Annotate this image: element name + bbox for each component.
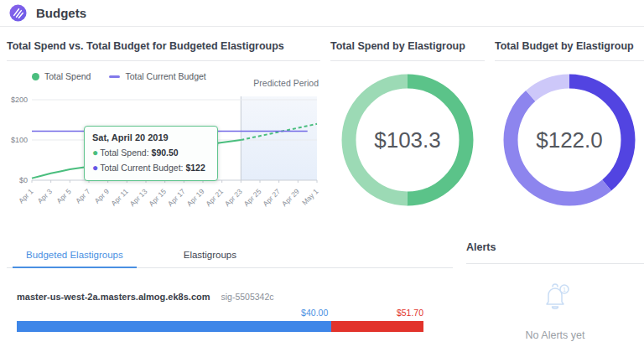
budget-donut[interactable]: $122.0 (502, 73, 636, 207)
tab-elastigroups[interactable]: Elastigroups (170, 245, 250, 267)
svg-text:Apr 23: Apr 23 (223, 187, 244, 208)
svg-text:$200: $200 (11, 96, 28, 104)
svg-text:Apr 3: Apr 3 (36, 187, 55, 205)
elastigroup-row[interactable]: master-us-west-2a.masters.almog.ek8s.com… (17, 292, 274, 302)
divider (466, 263, 644, 264)
elastigroup-sig: sig-5505342c (221, 292, 274, 302)
app-header: Budgets (0, 0, 644, 27)
spend-amount-label: $51.70 (397, 308, 423, 318)
page-title: Budgets (36, 6, 86, 20)
total-budget-title: Total Budget by Elastigroup (495, 34, 644, 52)
tab-budgeted-elastigroups[interactable]: Budgeted Elastigroups (13, 245, 137, 268)
spend-donut[interactable]: $103.3 (340, 73, 475, 207)
divider (330, 60, 485, 61)
budget-bullet-icon: ● (92, 162, 98, 174)
spotinst-logo-icon[interactable] (9, 4, 27, 22)
divider (7, 60, 320, 61)
total-spend-panel: Total Spend by Elastigroup $103.3 (330, 34, 485, 207)
predicted-period-label: Predicted Period (253, 78, 319, 88)
legend-label: Total Current Budget (125, 71, 205, 81)
svg-text:Apr 5: Apr 5 (55, 187, 73, 205)
no-alerts-text: No Alerts yet (466, 329, 644, 341)
svg-text:Apr 25: Apr 25 (242, 187, 263, 208)
svg-text:May 1: May 1 (300, 187, 320, 207)
spend-chart-area: $0$100$200Apr 1Apr 3Apr 5Apr 7Apr 9Apr 1… (7, 88, 320, 227)
svg-text:Apr 9: Apr 9 (93, 187, 112, 205)
legend-label: Total Spend (44, 71, 91, 81)
alerts-panel: Alerts 1 No Alerts yet (466, 241, 644, 341)
svg-text:Apr 27: Apr 27 (261, 187, 282, 208)
svg-text:Apr 29: Apr 29 (280, 187, 301, 208)
chart-tooltip: Sat, April 20 2019 ●Total Spend: $90.50 … (84, 126, 218, 181)
svg-text:1: 1 (563, 287, 566, 293)
usage-bar[interactable] (17, 321, 423, 332)
legend-total-spend[interactable]: Total Spend (32, 71, 91, 81)
svg-text:Apr 19: Apr 19 (185, 187, 206, 208)
alerts-title: Alerts (466, 241, 644, 253)
spend-bullet-icon: ● (92, 147, 98, 158)
total-budget-panel: Total Budget by Elastigroup $122.0 (495, 34, 644, 207)
elastigroup-name[interactable]: master-us-west-2a.masters.almog.ek8s.com (17, 292, 210, 302)
bell-icon: 1 (533, 279, 577, 321)
svg-text:Apr 13: Apr 13 (128, 187, 149, 208)
overspend-bar-segment (331, 321, 423, 332)
spend-donut-value: $103.3 (340, 73, 475, 207)
elastigroup-tabs: Budgeted Elastigroups Elastigroups (7, 245, 453, 268)
tooltip-spend-row: ●Total Spend: $90.50 (92, 145, 210, 160)
svg-text:Apr 21: Apr 21 (204, 187, 225, 208)
svg-text:Apr 7: Apr 7 (74, 187, 92, 205)
svg-text:Apr 11: Apr 11 (109, 187, 130, 208)
svg-text:$0: $0 (19, 176, 28, 184)
usage-bar-labels: $40.00 $51.70 (17, 308, 423, 319)
spend-vs-budget-panel: Total Spend vs. Total Budget for Budgete… (7, 34, 320, 227)
budget-amount-label: $40.00 (301, 308, 328, 318)
tooltip-spend-value: $90.50 (152, 148, 179, 158)
budget-donut-value: $122.0 (502, 73, 636, 207)
tooltip-budget-row: ●Total Current Budget: $122 (92, 160, 210, 175)
tooltip-date: Sat, April 20 2019 (92, 131, 210, 145)
budgets-page: Budgets Total Spend vs. Total Budget for… (0, 0, 644, 347)
svg-text:Apr 17: Apr 17 (166, 187, 187, 208)
legend-total-current-budget[interactable]: Total Current Budget (109, 71, 205, 81)
divider (495, 60, 644, 61)
svg-text:Apr 1: Apr 1 (17, 187, 35, 205)
svg-text:$100: $100 (11, 136, 28, 144)
spend-dot-icon (32, 73, 39, 80)
svg-text:Apr 15: Apr 15 (147, 187, 168, 208)
spend-vs-budget-title: Total Spend vs. Total Budget for Budgete… (7, 34, 320, 52)
budget-bar-segment (17, 321, 331, 332)
budget-dash-icon (109, 75, 120, 78)
total-spend-title: Total Spend by Elastigroup (330, 34, 485, 52)
tooltip-budget-value: $122 (185, 163, 205, 173)
